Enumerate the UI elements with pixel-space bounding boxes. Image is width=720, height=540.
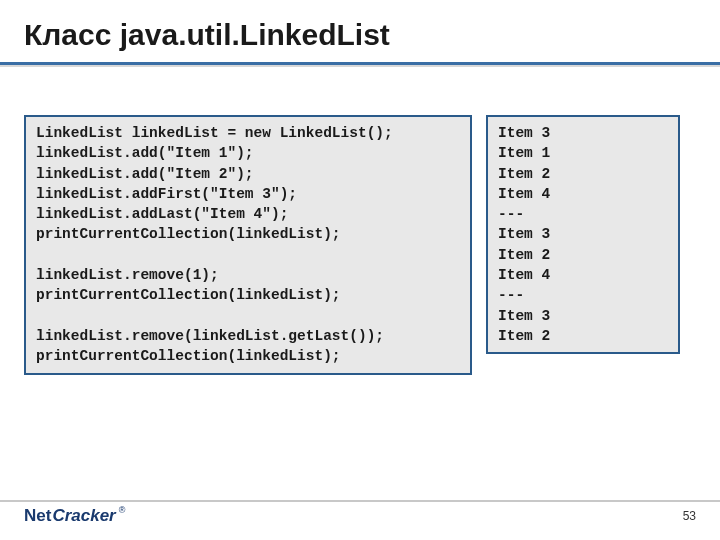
code-box-output: Item 3 Item 1 Item 2 Item 4 --- Item 3 I… [486, 115, 680, 354]
page-number: 53 [683, 509, 696, 523]
logo: Net Cracker ® [24, 506, 125, 526]
content-area: LinkedList linkedList = new LinkedList()… [0, 67, 720, 375]
logo-text-net: Net [24, 506, 51, 526]
slide-title: Класс java.util.LinkedList [0, 0, 720, 62]
footer: Net Cracker ® 53 [0, 500, 720, 540]
logo-registered-mark: ® [119, 505, 126, 515]
code-box-source: LinkedList linkedList = new LinkedList()… [24, 115, 472, 375]
logo-text-cracker: Cracker [52, 506, 115, 526]
